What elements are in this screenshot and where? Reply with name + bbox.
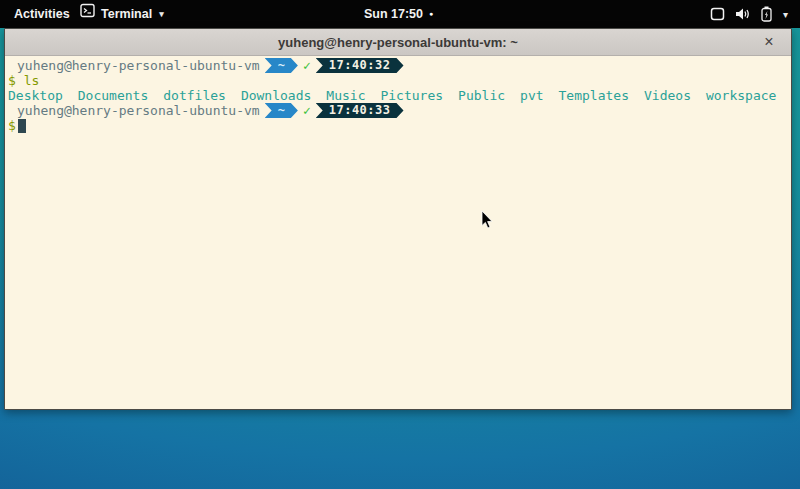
status-check-icon: ✓ <box>303 58 311 73</box>
clock-label: Sun 17:50 <box>364 0 423 28</box>
system-tray-button[interactable]: ▾ <box>704 0 794 28</box>
powerline-path-segment: ~ <box>265 58 298 73</box>
command-text: ls <box>24 73 40 88</box>
chevron-down-icon: ▾ <box>783 9 788 20</box>
top-bar: Activities Terminal ▾ Sun 17:50 ● <box>0 0 800 28</box>
app-menu-terminal[interactable]: Terminal ▾ <box>80 0 164 28</box>
directory-name: Music <box>326 88 365 103</box>
ls-output-line: DesktopDocumentsdotfilesDownloadsMusicPi… <box>8 88 789 103</box>
text-cursor <box>18 119 26 133</box>
prompt-line: yuheng@henry-personal-ubuntu-vm ~ ✓ 17:4… <box>8 58 789 73</box>
prompt-user-host: yuheng@henry-personal-ubuntu-vm <box>17 58 260 73</box>
window-title: yuheng@henry-personal-ubuntu-vm: ~ <box>278 35 518 50</box>
app-menu-label: Terminal <box>101 0 152 28</box>
powerline-time-segment: 17:40:33 <box>316 103 404 118</box>
prompt-symbol: $ <box>8 73 16 88</box>
terminal-window: yuheng@henry-personal-ubuntu-vm: ~ × yuh… <box>4 28 792 410</box>
display-icon <box>710 7 725 21</box>
clock-button[interactable]: Sun 17:50 ● <box>364 0 433 28</box>
directory-name: Documents <box>78 88 148 103</box>
terminal-icon <box>80 0 95 28</box>
notification-dot: ● <box>429 0 433 28</box>
prompt-symbol: $ <box>8 118 16 133</box>
command-line: $ ls <box>8 73 789 88</box>
input-line[interactable]: $ <box>8 118 789 133</box>
directory-name: Desktop <box>8 88 63 103</box>
chevron-down-icon: ▾ <box>159 0 164 28</box>
battery-charging-icon <box>761 6 772 22</box>
prompt-line: yuheng@henry-personal-ubuntu-vm ~ ✓ 17:4… <box>8 103 789 118</box>
volume-icon <box>735 7 751 21</box>
directory-name: Videos <box>644 88 691 103</box>
directory-name: Downloads <box>241 88 311 103</box>
directory-name: pvt <box>520 88 543 103</box>
directory-name: Public <box>458 88 505 103</box>
mouse-pointer-icon <box>481 211 494 234</box>
status-check-icon: ✓ <box>303 103 311 118</box>
activities-button[interactable]: Activities <box>10 0 74 28</box>
directory-name: workspace <box>706 88 776 103</box>
titlebar[interactable]: yuheng@henry-personal-ubuntu-vm: ~ × <box>5 29 791 56</box>
directory-name: Templates <box>559 88 629 103</box>
directory-name: Pictures <box>380 88 443 103</box>
desktop: Activities Terminal ▾ Sun 17:50 ● <box>0 0 800 489</box>
close-button[interactable]: × <box>759 29 779 56</box>
directory-name: dotfiles <box>163 88 226 103</box>
powerline-time-segment: 17:40:32 <box>316 58 404 73</box>
powerline-path-segment: ~ <box>265 103 298 118</box>
terminal-content[interactable]: yuheng@henry-personal-ubuntu-vm ~ ✓ 17:4… <box>5 56 791 409</box>
prompt-user-host: yuheng@henry-personal-ubuntu-vm <box>17 103 260 118</box>
